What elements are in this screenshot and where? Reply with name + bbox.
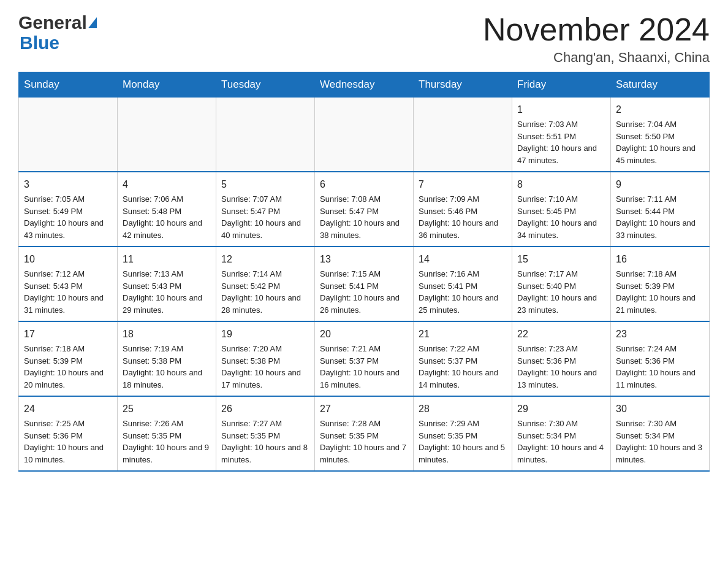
day-info: Sunrise: 7:24 AMSunset: 5:36 PMDaylight:… xyxy=(616,343,704,391)
day-info: Sunrise: 7:23 AMSunset: 5:36 PMDaylight:… xyxy=(517,343,605,391)
day-info: Sunrise: 7:27 AMSunset: 5:35 PMDaylight:… xyxy=(221,418,309,465)
day-number: 14 xyxy=(419,252,507,267)
calendar-cell: 15Sunrise: 7:17 AMSunset: 5:40 PMDayligh… xyxy=(512,247,611,321)
calendar-week-row: 3Sunrise: 7:05 AMSunset: 5:49 PMDaylight… xyxy=(19,172,710,247)
day-number: 26 xyxy=(221,402,309,416)
calendar-cell: 25Sunrise: 7:26 AMSunset: 5:35 PMDayligh… xyxy=(118,396,216,471)
day-info: Sunrise: 7:30 AMSunset: 5:34 PMDaylight:… xyxy=(616,418,704,465)
day-info: Sunrise: 7:30 AMSunset: 5:34 PMDaylight:… xyxy=(517,418,605,465)
calendar-cell: 10Sunrise: 7:12 AMSunset: 5:43 PMDayligh… xyxy=(19,247,118,321)
calendar-body: 1Sunrise: 7:03 AMSunset: 5:51 PMDaylight… xyxy=(19,98,710,472)
day-info: Sunrise: 7:03 AMSunset: 5:51 PMDaylight:… xyxy=(517,118,605,166)
day-number: 9 xyxy=(616,177,704,192)
calendar-cell: 21Sunrise: 7:22 AMSunset: 5:37 PMDayligh… xyxy=(414,321,512,396)
logo-arrow-icon xyxy=(88,17,97,28)
day-number: 22 xyxy=(517,327,605,342)
day-info: Sunrise: 7:06 AMSunset: 5:48 PMDaylight:… xyxy=(123,193,211,241)
calendar-location: Chang'an, Shaanxi, China xyxy=(483,50,710,66)
calendar-cell: 26Sunrise: 7:27 AMSunset: 5:35 PMDayligh… xyxy=(216,396,315,471)
calendar-cell: 6Sunrise: 7:08 AMSunset: 5:47 PMDaylight… xyxy=(315,172,414,247)
day-number: 11 xyxy=(123,252,211,267)
day-number: 19 xyxy=(221,327,309,342)
day-number: 7 xyxy=(419,177,507,192)
calendar-cell: 9Sunrise: 7:11 AMSunset: 5:44 PMDaylight… xyxy=(611,172,710,247)
day-number: 23 xyxy=(616,327,704,342)
day-number: 13 xyxy=(320,252,408,267)
day-number: 21 xyxy=(419,327,507,342)
day-info: Sunrise: 7:17 AMSunset: 5:40 PMDaylight:… xyxy=(517,268,605,316)
calendar-cell: 19Sunrise: 7:20 AMSunset: 5:38 PMDayligh… xyxy=(216,321,315,396)
day-number: 8 xyxy=(517,177,605,192)
calendar-cell: 29Sunrise: 7:30 AMSunset: 5:34 PMDayligh… xyxy=(512,396,611,471)
day-number: 27 xyxy=(320,402,408,416)
day-info: Sunrise: 7:14 AMSunset: 5:42 PMDaylight:… xyxy=(221,268,309,316)
day-info: Sunrise: 7:07 AMSunset: 5:47 PMDaylight:… xyxy=(221,193,309,241)
calendar-cell xyxy=(315,98,414,172)
logo-blue-text: Blue xyxy=(20,33,97,53)
day-info: Sunrise: 7:09 AMSunset: 5:46 PMDaylight:… xyxy=(419,193,507,241)
day-info: Sunrise: 7:08 AMSunset: 5:47 PMDaylight:… xyxy=(320,193,408,241)
day-info: Sunrise: 7:25 AMSunset: 5:36 PMDaylight:… xyxy=(24,418,112,465)
calendar-cell: 20Sunrise: 7:21 AMSunset: 5:37 PMDayligh… xyxy=(315,321,414,396)
day-info: Sunrise: 7:28 AMSunset: 5:35 PMDaylight:… xyxy=(320,418,408,465)
calendar-cell: 28Sunrise: 7:29 AMSunset: 5:35 PMDayligh… xyxy=(414,396,512,471)
day-info: Sunrise: 7:12 AMSunset: 5:43 PMDaylight:… xyxy=(24,268,112,316)
day-number: 15 xyxy=(517,252,605,267)
header-wednesday: Wednesday xyxy=(315,72,414,98)
calendar-week-row: 17Sunrise: 7:18 AMSunset: 5:39 PMDayligh… xyxy=(19,321,710,396)
calendar-week-row: 10Sunrise: 7:12 AMSunset: 5:43 PMDayligh… xyxy=(19,247,710,321)
day-number: 16 xyxy=(616,252,704,267)
day-info: Sunrise: 7:05 AMSunset: 5:49 PMDaylight:… xyxy=(24,193,112,241)
calendar-cell: 18Sunrise: 7:19 AMSunset: 5:38 PMDayligh… xyxy=(118,321,216,396)
calendar-cell xyxy=(19,98,118,172)
calendar-cell: 5Sunrise: 7:07 AMSunset: 5:47 PMDaylight… xyxy=(216,172,315,247)
calendar-cell: 16Sunrise: 7:18 AMSunset: 5:39 PMDayligh… xyxy=(611,247,710,321)
calendar-cell: 30Sunrise: 7:30 AMSunset: 5:34 PMDayligh… xyxy=(611,396,710,471)
calendar-cell: 23Sunrise: 7:24 AMSunset: 5:36 PMDayligh… xyxy=(611,321,710,396)
day-info: Sunrise: 7:22 AMSunset: 5:37 PMDaylight:… xyxy=(419,343,507,391)
day-info: Sunrise: 7:18 AMSunset: 5:39 PMDaylight:… xyxy=(616,268,704,316)
page-header: General Blue November 2024 Chang'an, Sha… xyxy=(18,12,710,66)
day-number: 12 xyxy=(221,252,309,267)
day-number: 2 xyxy=(616,102,704,117)
logo-line1: General xyxy=(18,12,97,33)
day-number: 29 xyxy=(517,402,605,416)
header-saturday: Saturday xyxy=(611,72,710,98)
calendar-cell: 1Sunrise: 7:03 AMSunset: 5:51 PMDaylight… xyxy=(512,98,611,172)
calendar-header: Sunday Monday Tuesday Wednesday Thursday… xyxy=(19,72,710,98)
calendar-week-row: 1Sunrise: 7:03 AMSunset: 5:51 PMDaylight… xyxy=(19,98,710,172)
day-info: Sunrise: 7:04 AMSunset: 5:50 PMDaylight:… xyxy=(616,118,704,166)
header-friday: Friday xyxy=(512,72,611,98)
calendar-cell: 17Sunrise: 7:18 AMSunset: 5:39 PMDayligh… xyxy=(19,321,118,396)
day-info: Sunrise: 7:26 AMSunset: 5:35 PMDaylight:… xyxy=(123,418,211,465)
calendar-cell: 13Sunrise: 7:15 AMSunset: 5:41 PMDayligh… xyxy=(315,247,414,321)
calendar-cell: 8Sunrise: 7:10 AMSunset: 5:45 PMDaylight… xyxy=(512,172,611,247)
day-number: 6 xyxy=(320,177,408,192)
weekday-header-row: Sunday Monday Tuesday Wednesday Thursday… xyxy=(19,72,710,98)
header-tuesday: Tuesday xyxy=(216,72,315,98)
calendar-cell xyxy=(216,98,315,172)
logo-general-text: General xyxy=(18,12,87,33)
calendar-cell: 22Sunrise: 7:23 AMSunset: 5:36 PMDayligh… xyxy=(512,321,611,396)
calendar-cell: 27Sunrise: 7:28 AMSunset: 5:35 PMDayligh… xyxy=(315,396,414,471)
calendar-cell xyxy=(118,98,216,172)
day-number: 28 xyxy=(419,402,507,416)
day-info: Sunrise: 7:13 AMSunset: 5:43 PMDaylight:… xyxy=(123,268,211,316)
header-sunday: Sunday xyxy=(19,72,118,98)
day-number: 4 xyxy=(123,177,211,192)
day-number: 3 xyxy=(24,177,112,192)
day-number: 30 xyxy=(616,402,704,416)
day-number: 10 xyxy=(24,252,112,267)
calendar-cell: 11Sunrise: 7:13 AMSunset: 5:43 PMDayligh… xyxy=(118,247,216,321)
header-thursday: Thursday xyxy=(414,72,512,98)
day-info: Sunrise: 7:10 AMSunset: 5:45 PMDaylight:… xyxy=(517,193,605,241)
logo: General Blue xyxy=(18,12,97,53)
day-number: 5 xyxy=(221,177,309,192)
day-info: Sunrise: 7:18 AMSunset: 5:39 PMDaylight:… xyxy=(24,343,112,391)
day-number: 25 xyxy=(123,402,211,416)
day-number: 18 xyxy=(123,327,211,342)
header-monday: Monday xyxy=(118,72,216,98)
calendar-table: Sunday Monday Tuesday Wednesday Thursday… xyxy=(18,72,710,472)
day-info: Sunrise: 7:16 AMSunset: 5:41 PMDaylight:… xyxy=(419,268,507,316)
day-number: 17 xyxy=(24,327,112,342)
